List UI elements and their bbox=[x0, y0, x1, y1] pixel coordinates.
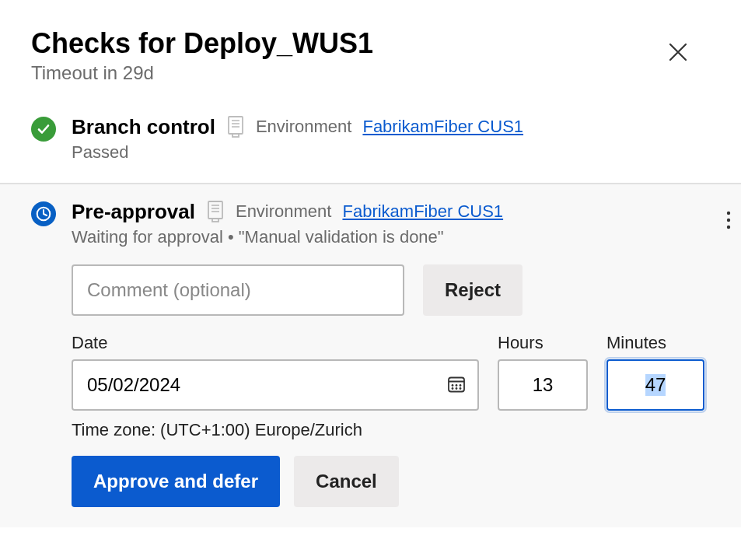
check-title: Branch control bbox=[72, 115, 215, 139]
timezone-text: Time zone: (UTC+1:00) Europe/Zurich bbox=[72, 420, 704, 440]
hours-input[interactable] bbox=[498, 359, 588, 411]
environment-link[interactable]: FabrikamFiber CUS1 bbox=[362, 117, 523, 137]
comment-input[interactable] bbox=[72, 264, 404, 316]
svg-point-17 bbox=[456, 387, 458, 390]
environment-label: Environment bbox=[256, 117, 352, 137]
minutes-label: Minutes bbox=[606, 333, 704, 353]
svg-rect-0 bbox=[229, 117, 243, 134]
environment-link[interactable]: FabrikamFiber CUS1 bbox=[342, 201, 503, 222]
svg-point-16 bbox=[452, 387, 454, 390]
environment-icon bbox=[206, 201, 225, 222]
more-actions-button[interactable] bbox=[720, 205, 737, 238]
date-input[interactable] bbox=[72, 359, 479, 411]
minutes-input[interactable] bbox=[606, 359, 704, 411]
approve-and-defer-button[interactable]: Approve and defer bbox=[72, 456, 280, 507]
svg-point-18 bbox=[460, 387, 462, 390]
status-waiting-icon bbox=[31, 201, 56, 226]
panel-subtitle: Timeout in 29d bbox=[31, 62, 373, 84]
reject-button[interactable]: Reject bbox=[423, 264, 523, 316]
calendar-button[interactable] bbox=[443, 370, 470, 399]
svg-rect-6 bbox=[208, 201, 222, 219]
calendar-icon bbox=[446, 373, 467, 394]
close-button[interactable] bbox=[662, 36, 694, 71]
panel-title: Checks for Deploy_WUS1 bbox=[31, 28, 373, 59]
hours-label: Hours bbox=[498, 333, 588, 353]
environment-label: Environment bbox=[236, 201, 332, 222]
cancel-button[interactable]: Cancel bbox=[294, 456, 399, 507]
check-pre-approval: Pre-approval Environment FabrikamFiber C… bbox=[0, 183, 741, 527]
check-title: Pre-approval bbox=[72, 200, 195, 224]
check-branch-control: Branch control Environment FabrikamFiber… bbox=[0, 100, 741, 183]
svg-point-13 bbox=[452, 384, 454, 387]
check-status: Passed bbox=[72, 142, 710, 163]
date-label: Date bbox=[72, 333, 479, 353]
status-passed-icon bbox=[31, 117, 56, 142]
close-icon bbox=[668, 42, 688, 62]
check-status: Waiting for approval • "Manual validatio… bbox=[72, 227, 704, 247]
svg-point-15 bbox=[460, 384, 462, 387]
svg-rect-4 bbox=[232, 134, 239, 137]
panel-header: Checks for Deploy_WUS1 Timeout in 29d bbox=[0, 0, 741, 100]
svg-rect-10 bbox=[212, 219, 218, 222]
svg-point-21 bbox=[727, 225, 730, 228]
more-vertical-icon bbox=[726, 211, 731, 229]
environment-icon bbox=[226, 116, 245, 138]
svg-point-20 bbox=[727, 218, 730, 221]
svg-point-14 bbox=[456, 384, 458, 387]
svg-point-19 bbox=[727, 211, 730, 214]
